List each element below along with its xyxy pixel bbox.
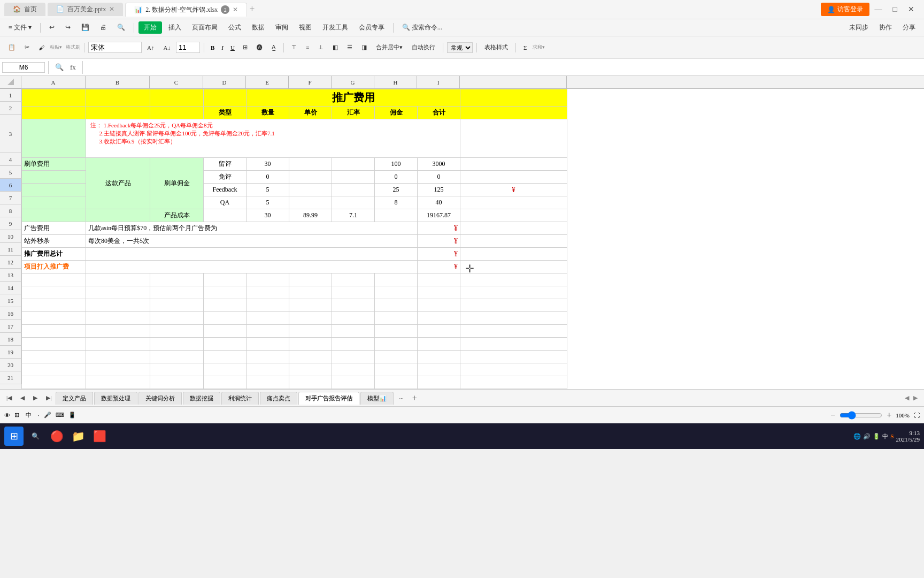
taskbar-wps[interactable]: 🟥 bbox=[90, 427, 109, 446]
row-num-13[interactable]: 13 bbox=[0, 269, 21, 282]
zoom-slider[interactable] bbox=[840, 411, 882, 420]
col-header-i[interactable]: I bbox=[417, 76, 460, 88]
menu-file[interactable]: ≡ 文件 ▾ bbox=[4, 21, 36, 34]
cell-d7[interactable]: QA bbox=[204, 196, 247, 209]
cell-h5[interactable]: 0 bbox=[375, 171, 418, 184]
row-num-11[interactable]: 11 bbox=[0, 243, 21, 256]
number-format-select[interactable]: 常规 bbox=[447, 42, 473, 53]
toolbar-undo[interactable]: ↩ bbox=[45, 22, 59, 33]
row-num-10[interactable]: 10 bbox=[0, 230, 21, 243]
cell-i5[interactable]: 0 bbox=[418, 171, 460, 184]
cell-e5[interactable]: 0 bbox=[247, 171, 289, 184]
cell-f13[interactable] bbox=[289, 273, 332, 286]
search-formula-icon[interactable]: 🔍 bbox=[55, 63, 64, 72]
cell-a20[interactable] bbox=[22, 363, 86, 376]
cell-b11-merged[interactable] bbox=[86, 248, 418, 261]
cell-b2[interactable] bbox=[86, 107, 150, 119]
row-num-14[interactable]: 14 bbox=[0, 282, 21, 294]
sheet-tab-painpoints[interactable]: 痛点卖点 bbox=[260, 392, 297, 405]
row-num-21[interactable]: 21 bbox=[0, 371, 21, 384]
cell-a7[interactable] bbox=[22, 196, 86, 209]
table-style-btn[interactable]: 表格样式 bbox=[481, 41, 512, 54]
row-num-1[interactable]: 1 bbox=[0, 89, 21, 102]
cell-i8[interactable]: 19167.87 bbox=[418, 209, 460, 222]
row-num-5[interactable]: 5 bbox=[0, 166, 21, 179]
col-header-e[interactable]: E bbox=[246, 76, 289, 88]
time-display[interactable]: 9:13 2021/5/29 bbox=[896, 430, 920, 443]
menu-dev[interactable]: 开发工具 bbox=[318, 21, 352, 34]
row-num-12[interactable]: 12 bbox=[0, 256, 21, 269]
scroll-right-icon[interactable]: ▶ bbox=[913, 394, 918, 401]
scroll-left-icon[interactable]: ◀ bbox=[905, 394, 909, 401]
cell-i2[interactable]: 合计 bbox=[418, 107, 460, 119]
cell-a18[interactable] bbox=[22, 338, 86, 351]
cell-i4[interactable]: 3000 bbox=[418, 158, 460, 171]
cell-b1[interactable] bbox=[86, 89, 150, 107]
align-top-btn[interactable]: ⊤ bbox=[288, 42, 301, 53]
cell-a19[interactable] bbox=[22, 351, 86, 363]
cell-a8[interactable] bbox=[22, 209, 86, 222]
taskbar-red-app[interactable]: 🔴 bbox=[47, 427, 66, 446]
row-num-8[interactable]: 8 bbox=[0, 204, 21, 217]
col-header-d[interactable]: D bbox=[203, 76, 246, 88]
fill-color-btn[interactable]: 🅐 bbox=[253, 42, 266, 53]
cell-c4-merged[interactable]: 刷单佣金 bbox=[150, 158, 204, 209]
tab-nav-prev[interactable]: ◀ bbox=[16, 392, 29, 404]
view-normal-icon[interactable]: 👁 bbox=[4, 412, 10, 419]
cell-a10[interactable]: 站外秒杀 bbox=[22, 235, 86, 248]
cell-a14[interactable] bbox=[22, 286, 86, 299]
cell-a4[interactable]: 刷单费用 bbox=[22, 158, 86, 171]
col-header-c[interactable]: C bbox=[150, 76, 203, 88]
cell-g4[interactable] bbox=[332, 158, 375, 171]
menu-view[interactable]: 视图 bbox=[295, 21, 316, 34]
cell-b12-merged[interactable] bbox=[86, 261, 418, 273]
col-header-a[interactable]: A bbox=[21, 76, 86, 88]
toolbar-save[interactable]: 💾 bbox=[77, 22, 94, 33]
cell-g2[interactable]: 汇率 bbox=[332, 107, 375, 119]
align-bot-btn[interactable]: ⊥ bbox=[314, 42, 327, 53]
tab-home[interactable]: 🏠 首页 bbox=[4, 3, 45, 16]
collab-btn[interactable]: 协作 bbox=[875, 21, 896, 34]
cell-c13[interactable] bbox=[150, 273, 204, 286]
italic-btn[interactable]: I bbox=[219, 43, 226, 52]
cell-a1[interactable] bbox=[22, 89, 86, 107]
tab-nav-first[interactable]: |◀ bbox=[2, 392, 16, 404]
col-header-h[interactable]: H bbox=[374, 76, 417, 88]
menu-data[interactable]: 数据 bbox=[248, 21, 269, 34]
cell-a9[interactable]: 广告费用 bbox=[22, 222, 86, 235]
zoom-out-btn[interactable]: − bbox=[830, 410, 835, 420]
cell-f8[interactable]: 89.99 bbox=[289, 209, 332, 222]
cell-reference-input[interactable]: M6 bbox=[2, 62, 45, 73]
close-xlsx-icon[interactable]: ✕ bbox=[233, 6, 238, 14]
cell-c1[interactable] bbox=[150, 89, 204, 107]
cell-a5[interactable] bbox=[22, 171, 86, 184]
row-num-3[interactable]: 3 bbox=[0, 115, 21, 153]
cell-a13[interactable] bbox=[22, 273, 86, 286]
cut-btn[interactable]: ✂ bbox=[21, 42, 33, 53]
cell-g8[interactable]: 7.1 bbox=[332, 209, 375, 222]
view-grid-icon[interactable]: ⊞ bbox=[14, 412, 19, 419]
menu-layout[interactable]: 页面布局 bbox=[188, 21, 222, 34]
add-sheet-button[interactable]: + bbox=[408, 391, 421, 405]
toolbar-redo[interactable]: ↪ bbox=[61, 22, 75, 33]
cell-d8[interactable] bbox=[204, 209, 247, 222]
cell-b8[interactable] bbox=[86, 209, 150, 222]
cell-b10-merged[interactable]: 每次80美金，一共5次 bbox=[86, 235, 418, 248]
unsync-btn[interactable]: 未同步 bbox=[845, 21, 873, 34]
align-left-btn[interactable]: ◧ bbox=[329, 42, 342, 53]
row-num-2[interactable]: 2 bbox=[0, 102, 21, 115]
search-commands[interactable]: 🔍 搜索命令... bbox=[398, 21, 446, 34]
cell-d4[interactable]: 留评 bbox=[204, 158, 247, 171]
taskbar-search[interactable]: 🔍 bbox=[26, 427, 45, 446]
tab-nav-last[interactable]: ▶| bbox=[42, 392, 56, 404]
cell-e2[interactable]: 数量 bbox=[247, 107, 289, 119]
bold-btn[interactable]: B bbox=[208, 43, 217, 52]
share-btn[interactable]: 分享 bbox=[898, 21, 920, 34]
taskbar-folder[interactable]: 📁 bbox=[68, 427, 88, 446]
cell-f2[interactable]: 单价 bbox=[289, 107, 332, 119]
row-num-9[interactable]: 9 bbox=[0, 217, 21, 230]
toolbar-print[interactable]: 🖨 bbox=[96, 22, 111, 33]
sheet-tab-preprocess[interactable]: 数据预处理 bbox=[94, 392, 137, 405]
cell-g5[interactable] bbox=[332, 171, 375, 184]
login-button[interactable]: 👤 访客登录 bbox=[821, 3, 869, 16]
